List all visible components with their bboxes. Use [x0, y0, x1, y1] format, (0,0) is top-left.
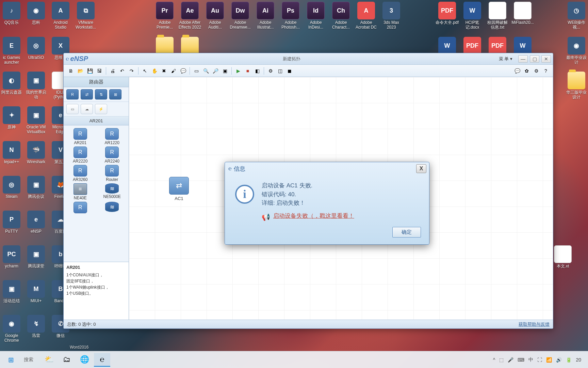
desktop-icon[interactable]: AAdobe Acrobat DC [355, 2, 378, 30]
desktop-icon[interactable]: Ntepad++ [0, 141, 23, 165]
canvas-node-ac1[interactable]: ⇄ AC1 [169, 177, 189, 201]
titlebar[interactable]: ℮eNSP 新建拓扑 菜 单 ▾ — ▢ ✕ [64, 53, 553, 65]
menu-button[interactable]: 菜 单 ▾ [495, 55, 516, 63]
tray-clock[interactable]: 20 [576, 357, 581, 363]
desktop-icon[interactable]: ChAdobe Charact... [329, 2, 353, 30]
toolbar-open-button[interactable]: 📂 [76, 66, 85, 75]
minimize-button[interactable]: — [518, 55, 528, 63]
error-help-link[interactable]: 启动设备失败（，戳这里看看！ [273, 212, 354, 220]
device-item[interactable]: ≋NE5000E [97, 183, 128, 200]
category-button[interactable]: ☁ [81, 104, 93, 114]
toolbar-save-all-button[interactable]: 🖫 [95, 66, 104, 75]
desktop-icon[interactable]: ⧉VMware Workstati... [74, 2, 97, 30]
device-item[interactable]: RAR3260 [65, 165, 96, 182]
desktop-icon[interactable]: ◉思科 [24, 2, 48, 25]
toolbar-huawei-button[interactable]: ✿ [522, 66, 531, 75]
task-app-ensp[interactable]: ℮ [94, 353, 110, 367]
desktop-icon[interactable]: Eic Games auncher [0, 37, 23, 65]
toolbar-pan-button[interactable]: ✋ [150, 66, 159, 75]
desktop-icon[interactable]: ▣我的世界启动 [24, 72, 48, 100]
toolbar-config-button[interactable]: ⚙ [266, 66, 275, 75]
task-app-explorer[interactable]: 🗂 [59, 353, 75, 367]
tray-icon[interactable]: ⌨ [518, 357, 524, 363]
ok-button[interactable]: 确定 [392, 227, 421, 237]
desktop-icon[interactable]: AiAdobe Illustrat... [254, 2, 277, 30]
device-item[interactable]: RAR2220 [65, 147, 96, 164]
toolbar-capture-button[interactable]: ◧ [253, 66, 262, 75]
desktop-icon[interactable]: ◐阿里云盘器 [0, 72, 23, 95]
category-button[interactable]: ⊞ [109, 89, 121, 99]
toolbar-new-button[interactable]: 🗎 [66, 66, 75, 75]
toolbar-theme-button[interactable]: ◼ [285, 66, 294, 75]
desktop-icon[interactable]: 华三版毕业设计 [565, 72, 588, 100]
category-button[interactable]: ⇄ [81, 89, 93, 99]
start-button[interactable]: ⊞ [3, 353, 19, 367]
search-box[interactable]: 搜索 [20, 354, 39, 366]
desktop-icon[interactable]: PDF命令大全.pdf [436, 2, 459, 25]
desktop-icon[interactable]: AAndroid Studio [49, 2, 72, 30]
toolbar-zoom-in-button[interactable]: 🔎 [211, 66, 220, 75]
toolbar-zoom-out-button[interactable]: 🔍 [201, 66, 210, 75]
desktop-icon[interactable]: ◷WEB操作视... [565, 2, 588, 30]
tray-icon[interactable]: 🎤 [508, 357, 513, 363]
tray-icon[interactable]: ⛶ [537, 357, 542, 363]
dialog-title[interactable]: ℮ 信息 [225, 162, 429, 175]
toolbar-select-button[interactable]: ↖ [141, 66, 149, 75]
toolbar-note-button[interactable]: 💬 [179, 66, 187, 75]
toolbar-undo-button[interactable]: ↶ [118, 66, 127, 75]
device-item[interactable]: RRouter [97, 165, 128, 182]
toolbar-print-button[interactable]: 🖨 [108, 66, 117, 75]
desktop-icon[interactable]: MMIUI+ [24, 280, 48, 304]
toolbar-redo-button[interactable]: ↷ [127, 66, 136, 75]
device-item[interactable]: RAR1220 [97, 128, 128, 145]
toolbar-layout-button[interactable]: ◫ [276, 66, 284, 75]
desktop-icon[interactable]: ◎UltraISO [24, 37, 48, 60]
desktop-icon[interactable]: ↯迅雷 [24, 315, 48, 338]
desktop-icon[interactable]: WHCIP笔记.docx [461, 2, 484, 30]
desktop-icon[interactable]: ▣腾讯会议 [24, 176, 48, 199]
desktop-icon[interactable]: ✦原神 [0, 106, 23, 130]
close-button[interactable]: ✕ [541, 55, 551, 63]
desktop-icon[interactable]: PsAdobe Photosh... [279, 2, 302, 30]
task-app-weather[interactable]: ⛅ [41, 353, 57, 367]
desktop-icon[interactable]: ◉最终毕业设计 [565, 37, 588, 65]
toolbar-delete-button[interactable]: ✖ [160, 66, 168, 75]
desktop-icon[interactable]: ▣腾讯课堂 [24, 245, 48, 269]
help-feedback-link[interactable]: 获取帮助与反馈 [519, 321, 550, 327]
desktop-icon[interactable]: ≡校园网破解信息.txt [486, 2, 509, 30]
category-button[interactable]: ⚡ [95, 104, 107, 114]
desktop-icon[interactable]: PrAdobe Premie... [153, 2, 176, 30]
dialog-close-button[interactable]: X [416, 164, 426, 173]
tray-icon[interactable]: 🔋 [566, 357, 572, 363]
desktop-icon[interactable]: ≡MiFlash20... [511, 2, 534, 25]
desktop-icon[interactable]: DwAdobe Dreamwe... [229, 2, 252, 30]
desktop-icon[interactable]: 33ds Max 2023 [380, 2, 403, 30]
tray-icon[interactable]: 📶 [546, 357, 552, 363]
desktop-icon[interactable]: ◉Google Chrome [0, 315, 23, 343]
desktop-icon[interactable]: eeNSP [24, 211, 48, 234]
toolbar-start-button[interactable]: ▶ [234, 66, 243, 75]
toolbar-brush-button[interactable]: 🖌 [169, 66, 178, 75]
device-item[interactable]: ≋ [97, 202, 128, 214]
toolbar-stop-button[interactable]: ■ [243, 66, 252, 75]
task-app-edge[interactable]: 🌐 [76, 353, 93, 367]
tray-icon[interactable]: 中 [528, 357, 533, 363]
desktop-icon[interactable]: AuAdobe Auditi... [203, 2, 227, 30]
desktop-icon[interactable]: PPuTTY [0, 211, 23, 234]
toolbar-fit-button[interactable]: ▣ [220, 66, 229, 75]
category-button[interactable]: ⇅ [95, 89, 107, 99]
desktop-icon[interactable]: ▣Oracle VM VirtualBox [24, 106, 48, 135]
desktop-icon[interactable]: ▣活动总结 [0, 280, 23, 304]
desktop-icon[interactable]: ≡本文.xt [551, 245, 574, 269]
toolbar-chat-button[interactable]: 💬 [513, 66, 522, 75]
device-item[interactable]: R [65, 202, 96, 214]
toolbar-save-button[interactable]: 💾 [85, 66, 94, 75]
category-button[interactable]: ▭ [66, 104, 79, 114]
tray-icon[interactable]: ⬚ [499, 357, 504, 363]
device-item[interactable]: RAR2240 [97, 147, 128, 164]
desktop-icon[interactable]: ♪QQ音乐 [0, 2, 23, 25]
tray-icon[interactable]: ^ [493, 357, 495, 363]
desktop-icon[interactable]: 🦈Wireshark [24, 141, 48, 165]
toolbar-help-button[interactable]: ? [541, 66, 550, 75]
desktop-icon[interactable]: AeAdobe After Effects 2022 [178, 2, 201, 30]
